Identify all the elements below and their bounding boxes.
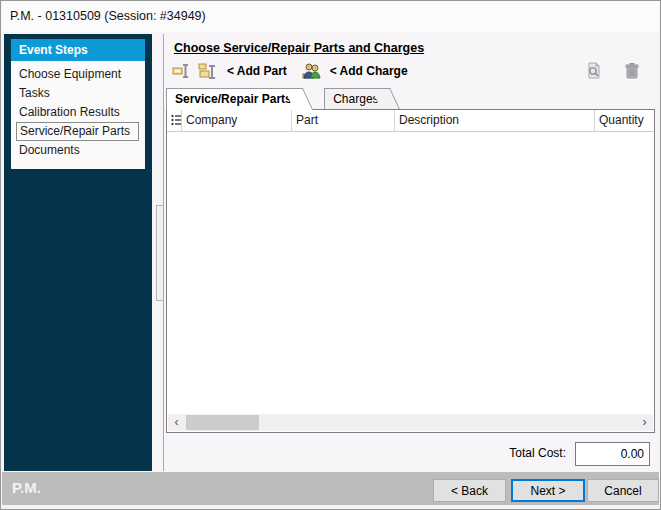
main-content-panel: Choose Service/Repair Parts and Charges … xyxy=(163,34,658,471)
parts-toolbar: < Add Part < Add Charge xyxy=(172,60,652,86)
tab-charges[interactable]: Charges xyxy=(324,88,384,109)
cancel-button[interactable]: Cancel xyxy=(587,479,659,502)
sidebar-item-calibration-results[interactable]: Calibration Results xyxy=(11,103,145,122)
scrollbar-thumb[interactable] xyxy=(186,415,259,430)
part-icon[interactable] xyxy=(172,60,194,82)
total-cost-label: Total Cost: xyxy=(509,446,566,460)
horizontal-scrollbar[interactable]: ‹ › xyxy=(168,414,653,431)
window-title: P.M. - 01310509 (Session: #34949) xyxy=(10,9,206,23)
trash-icon[interactable] xyxy=(624,60,646,82)
scroll-left-icon[interactable]: ‹ xyxy=(168,414,185,431)
event-steps-list: Event Steps Choose Equipment Tasks Calib… xyxy=(11,39,145,169)
back-button[interactable]: < Back xyxy=(433,479,506,502)
sidebar-item-tasks[interactable]: Tasks xyxy=(11,84,145,103)
footer-bar: P.M. < Back Next > Cancel xyxy=(2,472,659,505)
preview-document-icon[interactable] xyxy=(585,60,607,82)
scroll-right-icon[interactable]: › xyxy=(636,414,653,431)
parts-table: Company Part Description Quantity ‹ › xyxy=(166,109,655,433)
add-part-label[interactable]: < Add Part xyxy=(227,64,287,78)
parts-charges-tabstrip: Service/Repair Parts Charges xyxy=(166,88,407,109)
people-icon[interactable] xyxy=(301,60,323,82)
column-header-part[interactable]: Part xyxy=(292,110,395,131)
total-cost-field[interactable] xyxy=(575,442,650,466)
tab-service-repair-parts[interactable]: Service/Repair Parts xyxy=(166,88,298,110)
row-list-icon[interactable] xyxy=(167,110,182,131)
column-header-company[interactable]: Company xyxy=(182,110,292,131)
page-title: Choose Service/Repair Parts and Charges xyxy=(174,41,424,55)
title-bar: P.M. - 01310509 (Session: #34949) xyxy=(2,1,659,32)
bottom-margin-strip xyxy=(2,505,659,510)
parts-table-header: Company Part Description Quantity xyxy=(167,110,654,132)
brand-label: P.M. xyxy=(12,479,41,496)
event-steps-panel: Event Steps Choose Equipment Tasks Calib… xyxy=(4,34,152,471)
pm-dialog-window: P.M. - 01310509 (Session: #34949) Event … xyxy=(0,0,661,510)
sidebar-item-choose-equipment[interactable]: Choose Equipment xyxy=(11,65,145,84)
sidebar-item-documents[interactable]: Documents xyxy=(11,141,145,160)
add-charge-label[interactable]: < Add Charge xyxy=(330,64,408,78)
sidebar-item-service-repair-parts[interactable]: Service/Repair Parts xyxy=(16,122,139,141)
part-add-icon[interactable] xyxy=(198,60,220,82)
column-header-description[interactable]: Description xyxy=(395,110,595,131)
next-button[interactable]: Next > xyxy=(511,479,585,502)
event-steps-header: Event Steps xyxy=(11,39,145,61)
column-header-quantity[interactable]: Quantity xyxy=(595,110,654,131)
